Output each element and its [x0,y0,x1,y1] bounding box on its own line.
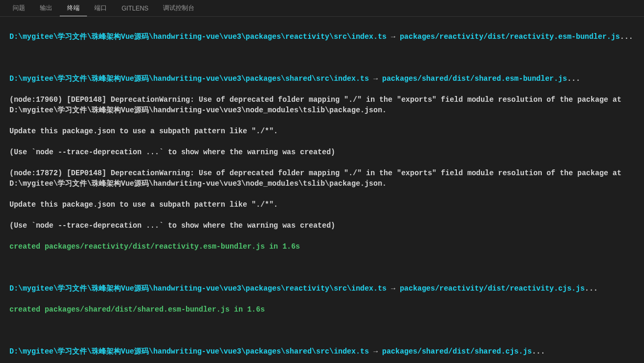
arrow: → [387,284,400,293]
warning: Update this package.json to use a subpat… [9,126,635,136]
arrow: → [387,33,400,41]
ellipsis: ... [620,33,633,41]
ellipsis: ... [585,284,598,293]
path: D:\mygitee\学习文件\珠峰架构Vue源码\handwriting-vu… [9,284,387,293]
path: D:\mygitee\学习文件\珠峰架构Vue源码\handwriting-vu… [9,33,387,41]
created-label: created [9,242,45,251]
ellipsis: ... [567,74,580,83]
tab-output[interactable]: 输出 [32,1,60,16]
target: packages/reactivity/dist/reactivity.esm-… [400,33,620,41]
warning: (node:17872) [DEP0148] DeprecationWarnin… [9,168,635,189]
path: D:\mygitee\学习文件\珠峰架构Vue源码\handwriting-vu… [9,74,369,83]
time: 1.6s [282,242,300,251]
tab-ports[interactable]: 端口 [87,1,114,16]
warning: Update this package.json to use a subpat… [9,199,635,210]
panel-tabs: 问题 输出 终端 端口 GITLENS 调试控制台 [0,0,644,17]
arrow: → [369,74,382,83]
tab-debug[interactable]: 调试控制台 [156,1,202,16]
in: in [265,242,282,251]
ellipsis: ... [532,347,545,356]
warning: (Use `node --trace-deprecation ...` to s… [9,147,635,157]
terminal-output[interactable]: D:\mygitee\学习文件\珠峰架构Vue源码\handwriting-vu… [0,17,644,363]
created-label: created [9,305,45,314]
tab-problems[interactable]: 问题 [5,1,32,16]
created-file: packages/shared/dist/shared.esm-bundler.… [45,305,230,314]
target: packages/shared/dist/shared.esm-bundler.… [382,74,567,83]
created-file: packages/reactivity/dist/reactivity.esm-… [45,242,265,251]
tab-terminal[interactable]: 终端 [60,1,87,16]
warning: (Use `node --trace-deprecation ...` to s… [9,220,635,231]
time: 1.6s [247,305,265,314]
arrow: → [369,347,382,356]
in: in [230,305,247,314]
path: D:\mygitee\学习文件\珠峰架构Vue源码\handwriting-vu… [9,347,369,356]
target: packages/shared/dist/shared.cjs.js [382,347,532,356]
target: packages/reactivity/dist/reactivity.cjs.… [400,284,585,293]
tab-gitlens[interactable]: GITLENS [114,2,156,15]
warning: (node:17960) [DEP0148] DeprecationWarnin… [9,94,635,115]
